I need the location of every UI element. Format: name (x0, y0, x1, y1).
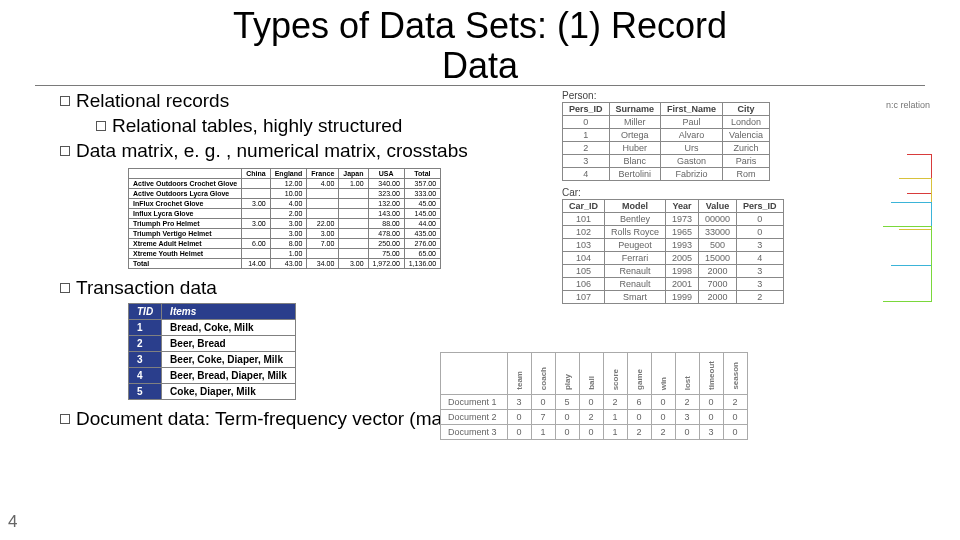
square-bullet-icon (60, 96, 70, 106)
relation-link-lines (822, 154, 932, 314)
transaction-table: TIDItems1Bread, Coke, Milk2Beer, Bread3B… (128, 303, 296, 400)
relation-annotation: n:c relation (886, 100, 930, 110)
term-frequency-table: teamcoachplayballscoregamewinlosttimeout… (440, 352, 748, 440)
relational-tables-block: n:c relation Person: Pers_IDSurnameFirst… (562, 90, 932, 310)
crosstab-table: ChinaEnglandFranceJapanUSATotalActive Ou… (128, 168, 441, 269)
square-bullet-icon (96, 121, 106, 131)
term-frequency-block: teamcoachplayballscoregamewinlosttimeout… (440, 352, 748, 440)
car-table: Car_IDModelYearValuePers_ID101Bentley197… (562, 199, 784, 304)
page-number: 4 (8, 512, 17, 532)
square-bullet-icon (60, 414, 70, 424)
person-table: Pers_IDSurnameFirst_NameCity0MillerPaulL… (562, 102, 770, 181)
car-label: Car: (562, 187, 932, 198)
square-bullet-icon (60, 283, 70, 293)
slide-title: Types of Data Sets: (1) Record Data (0, 0, 960, 85)
square-bullet-icon (60, 146, 70, 156)
person-label: Person: (562, 90, 932, 101)
